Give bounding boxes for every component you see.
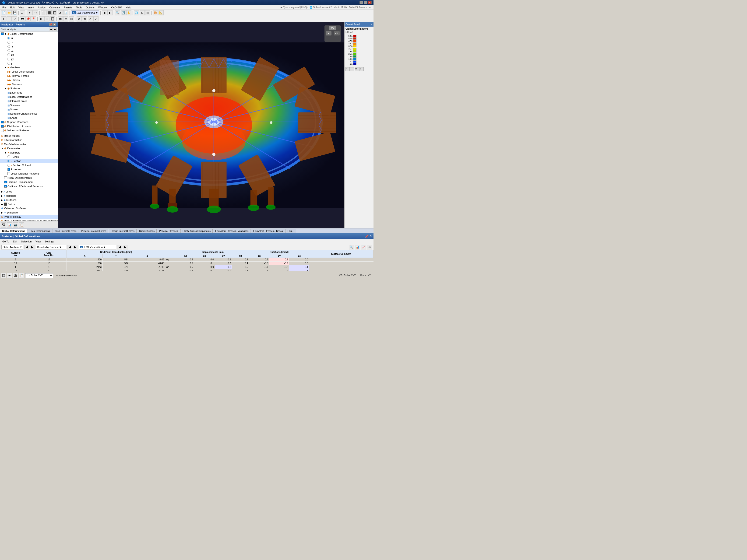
tb2-5[interactable]: 📌 xyxy=(25,16,31,22)
rt-edit[interactable]: Edit xyxy=(12,240,18,243)
tb2-1[interactable]: ↕ xyxy=(1,16,6,22)
tree-def-members[interactable]: ▼ ♦ Members xyxy=(0,151,58,155)
menu-view[interactable]: View xyxy=(17,6,26,9)
tab-design-internal-forces[interactable]: Design Internal Forces xyxy=(109,229,136,233)
rt-settings[interactable]: Settings xyxy=(44,240,55,243)
tree-def-section-colored[interactable]: ━ Section Colored xyxy=(0,163,58,167)
tree-phiy[interactable]: φy xyxy=(0,57,58,61)
redo-btn[interactable]: ↪ xyxy=(33,10,38,16)
tree-def-extremes[interactable]: Extremes xyxy=(0,167,58,171)
tree-dist-loads[interactable]: ⊕ Distribution of Loads xyxy=(0,124,58,128)
tab-global-deformations[interactable]: Global Deformations xyxy=(0,229,27,233)
tb2-8[interactable]: ⊟ xyxy=(44,16,50,22)
tree-title-info[interactable]: ⊕ Title Information xyxy=(0,138,58,142)
tree-sur-strains[interactable]: ▦ Strains xyxy=(0,107,58,111)
tb-pan[interactable]: ✋ xyxy=(126,10,131,16)
menu-help[interactable]: Help xyxy=(124,6,133,9)
tree-mem-local-def[interactable]: ▶▶ Local Deformations xyxy=(0,70,58,74)
status-btn1[interactable]: 🔲 xyxy=(1,273,6,278)
tb-wire[interactable]: 📐 xyxy=(158,10,164,16)
tb-nav-next[interactable]: ▶ xyxy=(107,10,112,16)
tree-deformation[interactable]: ▼ ⊛ Deformation xyxy=(0,146,58,151)
undo-btn[interactable]: ↩ xyxy=(28,10,33,16)
tb-btn-2[interactable]: ⬛ xyxy=(47,10,52,16)
tree-def-local-torsion[interactable]: Local Torsional Rotations xyxy=(0,171,58,176)
tree-sur-iso[interactable]: ▦ Isotropic Characteristics xyxy=(0,111,58,116)
menu-cadbim[interactable]: CAD-BIM xyxy=(109,6,124,9)
tree-phiz[interactable]: φz xyxy=(0,61,58,65)
tree-sur-shape[interactable]: ▦ Shape xyxy=(0,116,58,120)
analysis-dropdown[interactable]: Static Analysis ▼ xyxy=(1,245,23,249)
tree-def-section[interactable]: ━ Section xyxy=(0,159,58,163)
tb-zoom[interactable]: 🔍 xyxy=(115,10,120,16)
tb-nav-prev[interactable]: ◀ xyxy=(102,10,107,16)
tb2-16[interactable]: ✓ xyxy=(93,16,99,22)
status-btn4[interactable]: 📋 xyxy=(19,273,24,278)
tab-principal-stresses[interactable]: Principal Stresses xyxy=(157,229,180,233)
tree-outlines[interactable]: Outlines of Deformed Surfaces xyxy=(0,184,58,188)
tab-local-deformations[interactable]: Local Deformations xyxy=(28,229,52,233)
tree-phix[interactable]: φx xyxy=(0,53,58,57)
status-btn2[interactable]: 👁 xyxy=(7,273,12,278)
radio-def-section-colored[interactable] xyxy=(7,164,10,167)
rt-selection[interactable]: Selection xyxy=(20,240,32,243)
cp-btn-2[interactable]: ↕ xyxy=(350,67,354,71)
nav-pin-btn[interactable]: 📌 xyxy=(49,23,53,26)
menu-results[interactable]: Results xyxy=(62,6,74,9)
tb2-13[interactable]: ⟳ xyxy=(77,16,82,22)
tb2-11[interactable]: ▤ xyxy=(63,16,69,22)
status-btn3[interactable]: 🎥 xyxy=(13,273,18,278)
menu-file[interactable]: File xyxy=(0,6,8,9)
rt-filter-btn[interactable]: 🔍 xyxy=(349,245,354,249)
tree-members[interactable]: ▼ ♦ Members xyxy=(0,65,58,70)
tb2-9[interactable]: 🔲 xyxy=(50,16,55,22)
tree-nodal-disp[interactable]: Nodal Displacements xyxy=(0,176,58,180)
tab-basic-internal-forces[interactable]: Basic Internal Forces xyxy=(53,229,79,233)
tree-dimension[interactable]: ▶ ↔ Dimension xyxy=(0,211,58,215)
results-close-btn[interactable]: ✕ xyxy=(369,235,371,238)
open-btn[interactable]: 📂 xyxy=(6,10,12,16)
tb-rotate[interactable]: 🔄 xyxy=(121,10,126,16)
nav-close-btn[interactable]: ✕ xyxy=(53,23,56,26)
radio-uz[interactable] xyxy=(7,49,10,52)
maximize-button[interactable]: □ xyxy=(364,1,367,4)
tree-lines-group[interactable]: ▶ ╱ Lines xyxy=(0,189,58,194)
tb2-10[interactable]: ▦ xyxy=(58,16,63,22)
tree-mem-stresses[interactable]: ▶▶ Stresses xyxy=(0,82,58,86)
tab-principal-internal-forces[interactable]: Principal Internal Forces xyxy=(79,229,108,233)
tree-global-def[interactable]: ▼ ⧫ Global Deformations xyxy=(0,32,58,36)
tree-solids-group[interactable]: ▶ ⬛ Solids xyxy=(0,202,58,206)
tb2-7[interactable]: ⊞ xyxy=(39,16,44,22)
lc-dropdown[interactable]: G LC1 Vlastní tíha ▼ xyxy=(79,245,116,249)
nav-right-btn[interactable]: ▶ xyxy=(53,28,57,31)
menu-edit[interactable]: Edit xyxy=(8,6,17,9)
nav-cam-btn[interactable]: 📷 xyxy=(13,222,18,228)
tab-equivalent-stresses---tresca[interactable]: Equivalent Stresses - Tresca xyxy=(251,229,285,233)
tb2-15[interactable]: ✕ xyxy=(88,16,93,22)
menu-assign[interactable]: Assign xyxy=(36,6,47,9)
radio-ux[interactable] xyxy=(7,41,10,44)
tb-btn-4[interactable]: 🗂 xyxy=(58,10,63,16)
cp-btn-3[interactable]: ⊞ xyxy=(355,67,359,71)
rt-chart-btn[interactable]: 📈 xyxy=(361,245,366,249)
dd-next[interactable]: ▶ xyxy=(30,245,35,249)
dd2-prev[interactable]: ◀ xyxy=(67,245,72,249)
tree-surfaces-group[interactable]: ▶ ◈ Surfaces xyxy=(0,198,58,202)
dd-prev[interactable]: ◀ xyxy=(24,245,29,249)
tree-type-of-display[interactable]: ⊕ Type of display xyxy=(0,215,58,219)
tb-btn-5[interactable]: 📊 xyxy=(63,10,69,16)
tb2-12[interactable]: ▥ xyxy=(69,16,74,22)
tree-values-on-surfaces[interactable]: ⊕ Values on Surfaces xyxy=(0,128,58,133)
menu-tools[interactable]: Tools xyxy=(74,6,84,9)
results-pin-btn[interactable]: 📌 xyxy=(365,235,368,238)
tab-equi...[interactable]: Equi... xyxy=(285,229,296,233)
tb2-3[interactable]: ⤢ xyxy=(12,16,17,22)
tab-elastic-stress-components[interactable]: Elastic Stress Components xyxy=(180,229,213,233)
save-btn[interactable]: 💾 xyxy=(12,10,17,16)
tree-u-abs[interactable]: |u| xyxy=(0,36,58,40)
tree-ux[interactable]: ux xyxy=(0,40,58,44)
minimize-button[interactable]: ─ xyxy=(360,1,363,4)
new-btn[interactable]: 📄 xyxy=(1,10,6,16)
results-by-surface-dropdown[interactable]: Results by Surface ▼ xyxy=(36,245,66,249)
tb2-2[interactable]: ↔ xyxy=(6,16,12,22)
